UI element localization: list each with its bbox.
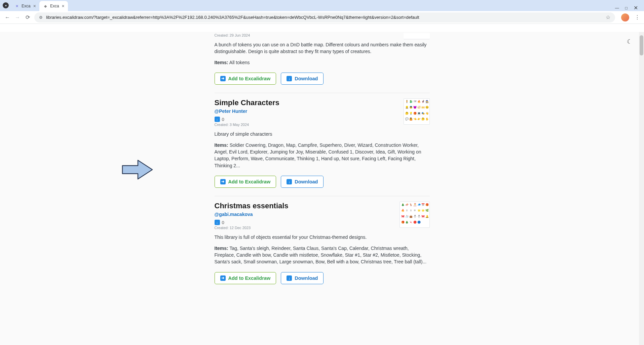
bookmark-star-icon[interactable]: ☆ bbox=[606, 14, 610, 20]
download-count: ↓ 0 bbox=[215, 220, 224, 225]
download-button[interactable]: ↓ Download bbox=[281, 73, 324, 85]
button-label: Add to Excalidraw bbox=[228, 76, 271, 81]
browser-chrome: ▾ ✕ Exca × ◆ Exca × — □ ✕ ← → ⟳ ⚙ librar… bbox=[0, 0, 644, 32]
library-description: Library of simple characters bbox=[215, 131, 430, 137]
created-date: Created: 29 Jun 2024 bbox=[215, 33, 404, 37]
toolbar-spacer bbox=[0, 24, 644, 32]
card-buttons: ➜ Add to Excalidraw ↓ Download bbox=[215, 176, 430, 188]
address-bar[interactable]: ⚙ libraries.excalidraw.com/?target=_exca… bbox=[34, 12, 615, 23]
items-text: All tokens bbox=[229, 60, 250, 65]
button-label: Add to Excalidraw bbox=[228, 179, 271, 184]
card-buttons: ➜ Add to Excalidraw ↓ Download bbox=[215, 272, 430, 284]
back-icon[interactable]: ← bbox=[4, 14, 11, 20]
tab-bar: ▾ ✕ Exca × ◆ Exca × — □ ✕ bbox=[0, 0, 644, 11]
library-thumbnail[interactable] bbox=[404, 33, 430, 39]
maximize-icon[interactable]: □ bbox=[625, 6, 628, 10]
library-card: Simple Characters @Peter Hunter ↓ 0 Crea… bbox=[215, 93, 430, 196]
site-settings-icon[interactable]: ⚙ bbox=[39, 15, 43, 20]
items-label: Items: bbox=[215, 246, 228, 251]
download-count-value: 0 bbox=[222, 117, 224, 122]
download-count: ↓ 0 bbox=[215, 117, 224, 122]
library-author-link[interactable]: @gabi.macakova bbox=[215, 212, 400, 217]
add-to-excalidraw-button[interactable]: ➜ Add to Excalidraw bbox=[215, 272, 276, 284]
download-icon: ↓ bbox=[287, 179, 292, 184]
arrow-right-icon: ➜ bbox=[220, 179, 226, 184]
close-icon[interactable]: × bbox=[62, 3, 65, 9]
libraries-list: Created: 29 Jun 2024 A bunch of tokens y… bbox=[215, 32, 430, 292]
minimize-icon[interactable]: — bbox=[615, 6, 619, 10]
button-label: Download bbox=[295, 179, 318, 184]
add-to-excalidraw-button[interactable]: ➜ Add to Excalidraw bbox=[215, 73, 276, 85]
add-to-excalidraw-button[interactable]: ➜ Add to Excalidraw bbox=[215, 176, 276, 188]
library-items: Items: Tag, Santa's sleigh, Reindeer, Sa… bbox=[215, 245, 430, 265]
download-icon: ↓ bbox=[287, 275, 292, 281]
library-author-link[interactable]: @Peter Hunter bbox=[215, 109, 404, 114]
items-text: Tag, Santa's sleigh, Reindeer, Santa Cla… bbox=[215, 246, 427, 265]
browser-tab-1[interactable]: ◆ Exca × bbox=[39, 1, 68, 11]
library-thumbnail[interactable]: 🧍🐉🗺🔥🦸🧙 👷👼😈🧭🙌😔 🤔💡🎁💻🎭👋 💬🤷👈👉🤔✋ bbox=[404, 98, 430, 125]
scrollbar-thumb[interactable] bbox=[640, 35, 643, 55]
forward-icon[interactable]: → bbox=[14, 14, 21, 20]
download-badge-icon: ↓ bbox=[215, 220, 220, 225]
reload-icon[interactable]: ⟳ bbox=[24, 14, 31, 20]
library-description: This library is full of objects essentia… bbox=[215, 234, 430, 241]
library-card: Christmas essentials @gabi.macakova ↓ 0 … bbox=[215, 196, 430, 292]
library-title: Christmas essentials bbox=[215, 202, 400, 210]
library-items: Items: All tokens bbox=[215, 59, 430, 66]
items-label: Items: bbox=[215, 60, 228, 65]
library-card: Created: 29 Jun 2024 A bunch of tokens y… bbox=[215, 32, 430, 93]
browser-toolbar: ← → ⟳ ⚙ libraries.excalidraw.com/?target… bbox=[0, 11, 644, 24]
download-icon: ↓ bbox=[287, 76, 292, 81]
library-title: Simple Characters bbox=[215, 98, 404, 107]
arrow-right-icon: ➜ bbox=[220, 275, 226, 281]
scrollbar-track[interactable] bbox=[639, 32, 644, 345]
button-label: Add to Excalidraw bbox=[228, 275, 271, 281]
favicon-icon: ◆ bbox=[43, 3, 48, 9]
download-button[interactable]: ↓ Download bbox=[281, 272, 324, 284]
button-label: Download bbox=[295, 76, 318, 81]
download-button[interactable]: ↓ Download bbox=[281, 176, 324, 188]
created-date: Created: 3 May 2024 bbox=[215, 123, 404, 127]
profile-avatar[interactable] bbox=[621, 13, 629, 21]
button-label: Download bbox=[295, 275, 318, 281]
card-buttons: ➜ Add to Excalidraw ↓ Download bbox=[215, 73, 430, 85]
download-count-value: 0 bbox=[222, 220, 224, 225]
close-window-icon[interactable]: ✕ bbox=[634, 5, 638, 11]
annotation-arrow-icon bbox=[122, 159, 154, 180]
library-description: A bunch of tokens you can use on a DnD b… bbox=[215, 41, 430, 55]
page-content: ☾ Created: 29 Jun 2024 A bunch of tokens… bbox=[0, 32, 644, 345]
browser-tab-0[interactable]: ✕ Exca × bbox=[11, 1, 39, 11]
close-icon[interactable]: × bbox=[33, 3, 36, 9]
items-label: Items: bbox=[215, 142, 228, 148]
window-controls: — □ ✕ bbox=[609, 5, 644, 11]
library-thumbnail[interactable]: 🎄🛷🦌🎅🧢📅🎁 🔥🕯🕯❄⭐⭐🌿 🎀🧦👜⛄⛄🎀🔔 🎁🎄🍬🔴🔵 bbox=[400, 202, 430, 228]
download-badge-icon: ↓ bbox=[215, 117, 220, 122]
arrow-right-icon: ➜ bbox=[220, 76, 226, 81]
items-text: Soldier Cowering, Dragon, Map, Campfire,… bbox=[215, 142, 421, 168]
kebab-menu-icon[interactable]: ⋮ bbox=[635, 14, 640, 20]
tab-title: Exca bbox=[22, 4, 31, 8]
url-text: libraries.excalidraw.com/?target=_excali… bbox=[46, 15, 602, 20]
theme-toggle-icon[interactable]: ☾ bbox=[627, 38, 632, 45]
favicon-icon: ✕ bbox=[14, 3, 20, 9]
tab-search-icon[interactable]: ▾ bbox=[3, 2, 9, 8]
library-items: Items: Soldier Cowering, Dragon, Map, Ca… bbox=[215, 142, 430, 169]
tab-title: Exca bbox=[50, 4, 59, 8]
created-date: Created: 12 Dec 2023 bbox=[215, 226, 400, 230]
